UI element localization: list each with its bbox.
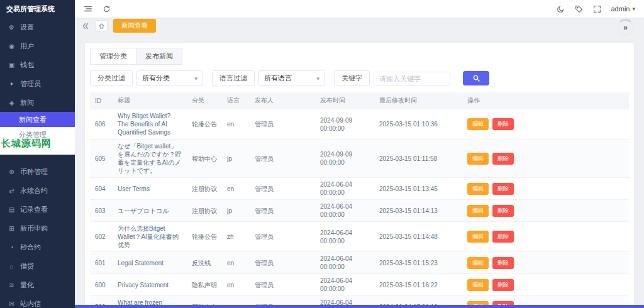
table-body: 606Why Bitget Wallet? The Benefits of AI… bbox=[90, 109, 629, 308]
cell-title: Privacy Statement bbox=[113, 274, 187, 296]
sidebar-item-currency[interactable]: ⊕币种管理 bbox=[0, 162, 75, 181]
sidebar-item-loan[interactable]: ⌂借贷 bbox=[0, 256, 75, 275]
table-row: 605なぜ「Bitget wallet」を選んだのですか？貯蓄を定量化するAIの… bbox=[90, 140, 629, 178]
user-label: admin bbox=[611, 5, 630, 13]
category-filter-label[interactable]: 分类过滤 bbox=[90, 70, 133, 86]
news-table: ID标题分类语言发布人发布时间最后修改时间操作 606Why Bitget Wa… bbox=[90, 92, 629, 308]
keyword-filter-group: 关键字 bbox=[334, 70, 450, 86]
sidebar-item-label: 钱包 bbox=[20, 60, 34, 70]
theme-icon[interactable] bbox=[557, 5, 565, 13]
search-button[interactable] bbox=[463, 71, 489, 85]
loan-icon: ⌂ bbox=[8, 263, 16, 270]
column-header: 标题 bbox=[113, 92, 187, 109]
active-page-tag[interactable]: 新闻查看 bbox=[113, 19, 156, 33]
cell-id: 606 bbox=[90, 109, 113, 140]
sidebar-subitem-news-view[interactable]: 新闻查看 bbox=[0, 112, 75, 127]
cell-actions: 编辑删除 bbox=[462, 178, 629, 200]
cell-modify_time: 2025-03-15 01:10:36 bbox=[374, 109, 462, 140]
tag-icon[interactable] bbox=[575, 5, 583, 13]
edit-button[interactable]: 编辑 bbox=[467, 153, 489, 165]
refresh-icon[interactable] bbox=[103, 5, 111, 13]
delete-button[interactable]: 删除 bbox=[492, 279, 514, 291]
delete-button[interactable]: 删除 bbox=[492, 205, 514, 217]
category-filter-group: 分类过滤 所有分类 ▾ bbox=[90, 70, 203, 86]
delete-button[interactable]: 删除 bbox=[492, 231, 514, 243]
cell-category: 隐私声明 bbox=[187, 274, 222, 296]
topbar: admin ▾ bbox=[75, 0, 644, 18]
watermark-text: 长城源码网 bbox=[1, 138, 52, 150]
timer-icon: ◔ bbox=[8, 244, 16, 251]
edit-button[interactable]: 编辑 bbox=[467, 118, 489, 130]
cell-publisher: 管理员 bbox=[250, 252, 315, 274]
edit-button[interactable]: 编辑 bbox=[467, 231, 489, 243]
cell-lang: zh bbox=[222, 222, 250, 252]
sidebar-item-admins[interactable]: ✦管理员 bbox=[0, 74, 75, 93]
sidebar-item-label: 借贷 bbox=[20, 261, 34, 271]
sidebar-item-wallet[interactable]: ▣钱包 bbox=[0, 55, 75, 74]
sidebar: 交易所管理系统 ⚙设置◉用户▣钱包✦管理员◈新闻 新闻查看分类管理 ⊕币种管理⇄… bbox=[0, 0, 75, 308]
sidebar-item-news[interactable]: ◈新闻 bbox=[0, 93, 75, 112]
loader-spinner-icon[interactable]: » bbox=[617, 19, 634, 36]
cell-publisher: 管理员 bbox=[250, 109, 315, 140]
cell-title: なぜ「Bitget wallet」を選んだのですか？貯蓄を定量化するAIのメリッ… bbox=[113, 140, 187, 178]
sidebar-item-users[interactable]: ◉用户 bbox=[0, 36, 75, 55]
menu-toggle-icon[interactable] bbox=[84, 4, 92, 13]
language-filter-label[interactable]: 语言过滤 bbox=[212, 70, 255, 86]
cell-publisher: 管理员 bbox=[250, 222, 315, 252]
cell-modify_time: 2025-03-15 01:11:58 bbox=[374, 140, 462, 178]
cell-category: 反洗钱 bbox=[187, 252, 222, 274]
language-select[interactable]: 所有语言 ▾ bbox=[258, 70, 325, 86]
cell-publish_time: 2024-06-04 00:00:00 bbox=[315, 274, 374, 296]
column-header: 发布时间 bbox=[315, 92, 374, 109]
delete-button[interactable]: 删除 bbox=[492, 257, 514, 269]
language-filter-group: 语言过滤 所有语言 ▾ bbox=[212, 70, 325, 86]
edit-button[interactable]: 编辑 bbox=[467, 279, 489, 291]
home-icon[interactable] bbox=[95, 20, 108, 31]
user-menu[interactable]: admin ▾ bbox=[611, 5, 636, 13]
collapse-tags-icon[interactable] bbox=[81, 22, 89, 30]
sidebar-item-messages[interactable]: ✉站内信 bbox=[0, 294, 75, 308]
category-select[interactable]: 所有分类 ▾ bbox=[136, 70, 203, 86]
tab-publish-news[interactable]: 发布新闻 bbox=[136, 48, 182, 65]
cell-modify_time: 2025-03-15 01:14:13 bbox=[374, 200, 462, 222]
cell-title: 为什么选择Bitget Wallet？AI量化储蓄的优势 bbox=[113, 222, 187, 252]
category-select-value: 所有分类 bbox=[142, 74, 170, 83]
sidebar-item-seconds[interactable]: ◔秒合约 bbox=[0, 238, 75, 256]
user-icon: ◉ bbox=[8, 43, 16, 50]
bottom-scrollbar[interactable] bbox=[75, 305, 644, 308]
cell-publisher: 管理员 bbox=[250, 274, 315, 296]
cell-publish_time: 2024-09-09 00:00:00 bbox=[315, 109, 374, 140]
cell-category: 注册协议 bbox=[187, 178, 222, 200]
sidebar-item-records[interactable]: ▤记录查看 bbox=[0, 200, 75, 219]
sidebar-item-label: 币种管理 bbox=[20, 167, 48, 177]
sidebar-item-perpetual[interactable]: ⇄永续合约 bbox=[0, 181, 75, 200]
cell-actions: 编辑删除 bbox=[462, 200, 629, 222]
cell-title: User Terms bbox=[113, 178, 187, 200]
delete-button[interactable]: 删除 bbox=[492, 153, 514, 165]
sidebar-nav-top: ⚙设置◉用户▣钱包✦管理员◈新闻 bbox=[0, 18, 75, 112]
gear-icon: ⚙ bbox=[8, 24, 16, 31]
cell-publisher: 管理员 bbox=[250, 178, 315, 200]
fullscreen-icon[interactable] bbox=[593, 5, 601, 13]
cell-publish_time: 2024-06-04 00:00:00 bbox=[315, 200, 374, 222]
cell-id: 602 bbox=[90, 222, 113, 252]
sidebar-item-quant[interactable]: ≋量化 bbox=[0, 275, 75, 294]
sidebar-item-new-coin[interactable]: ⊞新币申购 bbox=[0, 219, 75, 238]
table-row: 600Privacy Statement隐私声明en管理员2024-06-04 … bbox=[90, 274, 629, 296]
column-header: 操作 bbox=[462, 92, 629, 109]
keyword-label[interactable]: 关键字 bbox=[334, 70, 370, 86]
table-row: 606Why Bitget Wallet? The Benefits of AI… bbox=[90, 109, 629, 140]
cell-modify_time: 2025-03-15 01:14:48 bbox=[374, 222, 462, 252]
tab-manage-category[interactable]: 管理分类 bbox=[90, 48, 136, 65]
edit-button[interactable]: 编辑 bbox=[467, 183, 489, 195]
delete-button[interactable]: 删除 bbox=[492, 183, 514, 195]
news-icon: ◈ bbox=[8, 99, 16, 106]
app-root: 交易所管理系统 ⚙设置◉用户▣钱包✦管理员◈新闻 新闻查看分类管理 ⊕币种管理⇄… bbox=[0, 0, 644, 308]
mail-icon: ✉ bbox=[8, 300, 16, 307]
edit-button[interactable]: 编辑 bbox=[467, 205, 489, 217]
edit-button[interactable]: 编辑 bbox=[467, 257, 489, 269]
delete-button[interactable]: 删除 bbox=[492, 118, 514, 130]
keyword-input[interactable] bbox=[374, 72, 450, 85]
sidebar-item-settings[interactable]: ⚙设置 bbox=[0, 18, 75, 36]
chevron-down-icon: ▾ bbox=[632, 6, 635, 12]
